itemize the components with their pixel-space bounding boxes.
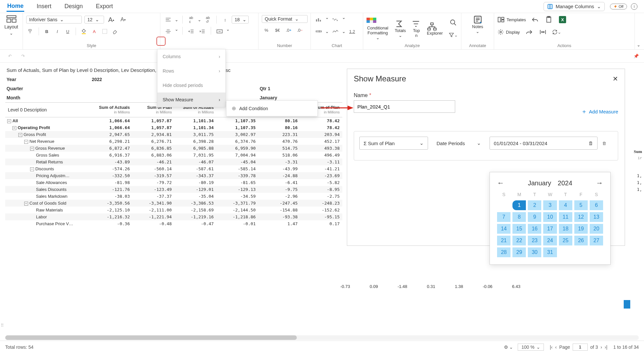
last-page-icon[interactable]: ›| xyxy=(605,345,607,350)
pin-icon[interactable]: 📌 xyxy=(634,54,639,59)
currency-button[interactable]: $€ xyxy=(273,25,282,35)
chevron-down-icon[interactable]: ⌄ xyxy=(198,17,201,22)
collapse-icon[interactable]: − xyxy=(24,140,28,144)
bold-button[interactable]: B xyxy=(42,27,51,36)
date-periods-select[interactable]: Date Periods⌄ xyxy=(433,137,485,150)
cal-day[interactable]: 19 xyxy=(574,224,588,234)
prev-page-icon[interactable]: ‹ xyxy=(555,345,557,350)
topn-button[interactable]: Top n xyxy=(412,20,421,38)
row-label[interactable]: Sale Allowances xyxy=(5,179,90,186)
h-scrollbar[interactable] xyxy=(5,335,639,340)
cal-day[interactable]: 31 xyxy=(543,247,557,257)
drag-handle-icon[interactable]: ⠿ xyxy=(1,323,4,328)
close-icon[interactable]: ✕ xyxy=(613,75,618,83)
cal-day[interactable]: 1 xyxy=(512,200,526,210)
waterfall-icon[interactable] xyxy=(331,15,340,24)
row-label[interactable]: −Operating Profit xyxy=(5,124,90,131)
fit-width-icon[interactable] xyxy=(538,27,547,37)
underline-button[interactable]: U xyxy=(63,27,72,36)
merge-button[interactable] xyxy=(215,27,224,36)
collapse-icon[interactable]: − xyxy=(12,126,16,130)
chevron-down-icon[interactable]: ⌄ xyxy=(175,27,178,36)
chevron-down-icon[interactable]: ⌄ xyxy=(342,29,346,34)
cal-day[interactable]: 15 xyxy=(512,224,526,234)
font-select[interactable]: Inforiver Sans⌄ xyxy=(26,16,82,24)
clipboard-icon[interactable] xyxy=(544,15,553,24)
decrease-font-icon[interactable]: A▾ xyxy=(118,15,128,24)
outdent-button[interactable] xyxy=(187,27,196,36)
prev-month-icon[interactable]: ← xyxy=(497,179,504,187)
row-label[interactable]: Sales Discounts xyxy=(5,186,90,193)
eraser-button[interactable] xyxy=(111,27,120,36)
row-label[interactable]: Gross Sales xyxy=(5,152,90,159)
cal-day[interactable]: 28 xyxy=(497,247,510,257)
cal-day[interactable]: 10 xyxy=(543,212,557,222)
add-measure-button[interactable]: ＋Add Measure xyxy=(581,104,618,119)
cal-day[interactable]: 29 xyxy=(512,247,526,257)
inc-decimal-button[interactable]: .0+ xyxy=(284,25,293,35)
chevron-down-icon[interactable]: ⌄ xyxy=(226,27,230,36)
excel-icon[interactable]: X xyxy=(558,15,567,24)
add-condition-button[interactable]: ⊕ Add Condition xyxy=(226,101,317,116)
manage-columns-dropdown[interactable]: Manage Columns ⌄ xyxy=(544,2,605,11)
cal-day[interactable]: 11 xyxy=(559,212,572,222)
wrap-text-button[interactable]: abc xyxy=(187,15,196,24)
align-h-button[interactable] xyxy=(164,15,173,24)
cal-day[interactable]: 23 xyxy=(528,236,541,245)
row-label[interactable]: −All xyxy=(5,117,90,125)
font-color-button[interactable]: A xyxy=(90,27,99,36)
chevron-down-icon[interactable]: ⌄ xyxy=(175,17,178,22)
settings-gear-icon[interactable]: ⚙ ⌄ xyxy=(504,345,513,350)
cal-day[interactable]: 25 xyxy=(559,236,572,245)
cal-day[interactable]: 4 xyxy=(559,200,572,210)
formula-input[interactable] xyxy=(31,52,630,60)
row-label[interactable]: −Gross Profit xyxy=(5,131,90,138)
row-label[interactable]: Labor xyxy=(5,213,90,220)
spacing-select[interactable]: 18⌄ xyxy=(232,16,249,24)
cal-day[interactable]: 13 xyxy=(590,212,603,222)
refresh-icon[interactable]: ⌄ xyxy=(552,27,561,37)
page-input[interactable] xyxy=(573,344,588,351)
percent-button[interactable]: % xyxy=(262,25,271,35)
row-label[interactable]: Sales Markdown xyxy=(5,193,90,200)
cal-day[interactable]: 8 xyxy=(512,212,526,222)
cal-day[interactable]: 6 xyxy=(590,200,603,210)
align-v-button[interactable] xyxy=(164,27,173,36)
italic-button[interactable]: I xyxy=(53,27,62,36)
first-page-icon[interactable]: |‹ xyxy=(550,345,552,350)
undo-small-icon[interactable]: ↶ xyxy=(5,52,14,61)
format-painter-icon[interactable] xyxy=(26,27,35,36)
indent-button[interactable] xyxy=(198,27,207,36)
orientation-button[interactable]: ab↺ xyxy=(203,15,212,24)
cal-day[interactable]: 24 xyxy=(543,236,557,245)
redo-small-icon[interactable]: ↷ xyxy=(18,52,27,61)
cal-day[interactable]: 14 xyxy=(497,224,510,234)
cal-day[interactable]: 30 xyxy=(528,247,541,257)
explorer-button[interactable]: Explorer xyxy=(427,22,443,36)
filter-icon[interactable]: ⌄ xyxy=(449,30,458,40)
row-label[interactable]: −Discounts xyxy=(5,165,90,172)
next-page-icon[interactable]: › xyxy=(600,345,602,350)
toggle-off[interactable]: Off xyxy=(610,4,627,9)
row-label[interactable]: −Cost of Goods Sold xyxy=(5,200,90,207)
undo-icon[interactable] xyxy=(530,15,540,24)
zoom-control[interactable]: 100 %⌄ xyxy=(518,344,544,351)
chevron-down-icon[interactable]: ⌄ xyxy=(342,15,346,24)
chevron-down-icon[interactable]: ⌄ xyxy=(9,31,13,36)
collapse-icon[interactable]: − xyxy=(18,133,22,137)
collapse-icon[interactable]: − xyxy=(24,202,28,206)
cal-day[interactable]: 21 xyxy=(497,236,510,245)
quick-format-select[interactable]: Quick Format⌄ xyxy=(262,15,308,23)
tab-design[interactable]: Design xyxy=(64,2,83,11)
fontsize-select[interactable]: 12⌄ xyxy=(84,16,104,24)
kpi-button[interactable]: 1.2 xyxy=(348,27,357,36)
conditional-formatting-button[interactable]: ConditionalFormatting ⌄ xyxy=(367,18,389,40)
cal-day[interactable]: 7 xyxy=(497,212,510,222)
trash-icon[interactable]: 🗑 xyxy=(602,141,606,146)
cal-day[interactable]: 5 xyxy=(574,200,588,210)
templates-button[interactable]: Templates xyxy=(497,17,526,23)
tab-home[interactable]: Home xyxy=(7,1,24,12)
collapse-icon[interactable]: − xyxy=(30,147,34,151)
cal-day[interactable]: 18 xyxy=(559,224,572,234)
tab-insert[interactable]: Insert xyxy=(36,2,52,11)
